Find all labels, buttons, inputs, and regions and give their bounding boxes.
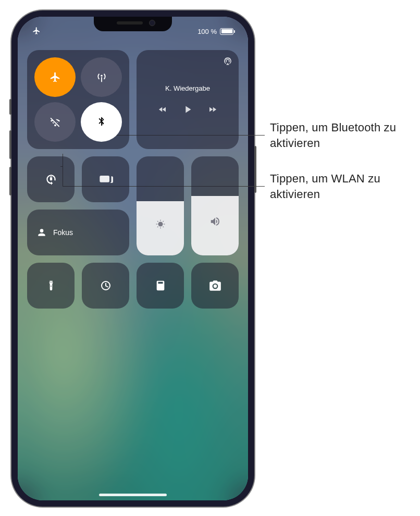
airplane-icon [32, 27, 41, 35]
rewind-icon[interactable] [158, 105, 167, 114]
screen: 100 % [18, 17, 248, 500]
rotation-lock-toggle[interactable] [27, 156, 75, 202]
airplane-mode-toggle[interactable] [34, 57, 76, 97]
volume-slider[interactable] [191, 156, 239, 255]
status-left [32, 27, 41, 36]
battery-icon [220, 28, 233, 35]
focus-label: Fokus [53, 228, 73, 237]
bluetooth-icon [96, 116, 107, 128]
focus-button[interactable]: Fokus [27, 210, 129, 255]
timer-icon [100, 279, 112, 292]
flashlight-button[interactable] [27, 263, 75, 309]
phone-frame: 100 % [11, 10, 254, 507]
callout-bluetooth: Tippen, um Bluetooth zu aktivieren [270, 120, 416, 151]
control-center: K. Wiedergabe [27, 50, 239, 309]
camera-icon [208, 279, 222, 292]
callout-wlan: Tippen, um WLAN zu aktivieren [270, 171, 416, 202]
screen-mirroring-button[interactable] [82, 156, 129, 202]
wifi-off-icon [50, 116, 61, 128]
flashlight-icon [45, 280, 57, 291]
now-playing-label: K. Wiedergabe [165, 84, 210, 92]
antenna-icon [96, 71, 107, 83]
mute-switch [9, 99, 11, 115]
camera-button[interactable] [191, 263, 239, 309]
volume-up-button [9, 130, 11, 159]
speaker-icon [209, 216, 221, 227]
focus-person-icon [36, 227, 47, 238]
cellular-data-toggle[interactable] [81, 57, 122, 97]
calculator-icon [155, 280, 166, 291]
wifi-toggle[interactable] [34, 102, 76, 142]
connectivity-group[interactable] [27, 50, 129, 149]
home-indicator[interactable] [99, 494, 167, 496]
airplay-icon[interactable] [223, 56, 232, 66]
status-right: 100 % [197, 28, 233, 35]
brightness-icon [155, 218, 166, 230]
calculator-button[interactable] [137, 263, 184, 309]
battery-percentage: 100 % [197, 28, 217, 35]
notch [94, 17, 172, 31]
forward-icon[interactable] [208, 105, 217, 114]
media-controls-tile[interactable]: K. Wiedergabe [137, 50, 239, 149]
timer-button[interactable] [82, 263, 129, 309]
rotation-lock-icon [44, 173, 58, 186]
volume-down-button [9, 167, 11, 195]
brightness-slider[interactable] [137, 156, 184, 255]
bluetooth-toggle[interactable] [81, 102, 122, 142]
screen-mirror-icon [98, 172, 113, 187]
airplane-icon [50, 71, 61, 83]
play-icon[interactable] [182, 104, 193, 115]
